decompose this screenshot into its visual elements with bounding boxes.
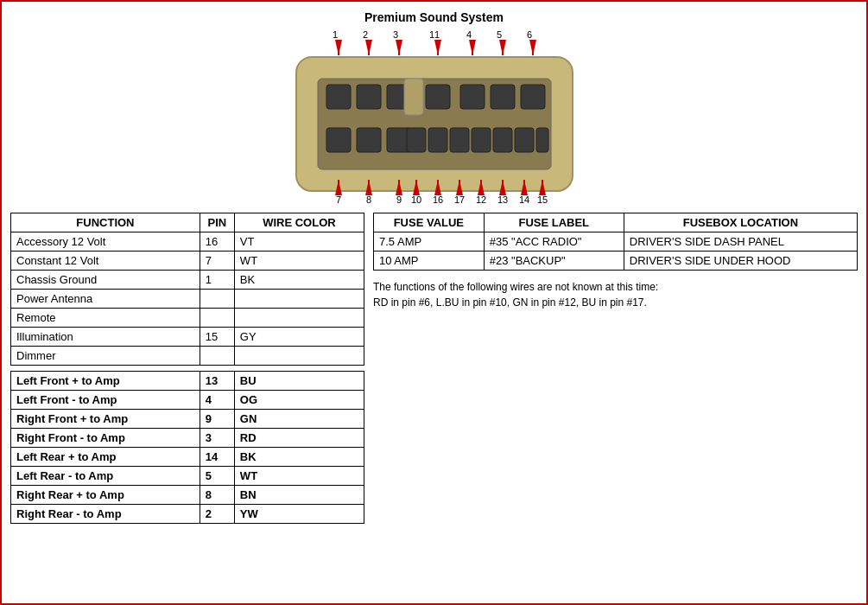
svg-rect-2 [326, 85, 351, 109]
svg-rect-16 [493, 128, 512, 152]
svg-rect-15 [472, 128, 491, 152]
fuse-table: FUSE VALUE FUSE LABEL FUSEBOX LOCATION 7… [373, 213, 858, 271]
svg-text:8: 8 [365, 194, 371, 204]
fuse-value-header: FUSE VALUE [374, 213, 485, 232]
function-cell: Accessory 12 Volt [11, 232, 200, 252]
left-table-section: FUNCTION PIN WIRE COLOR Accessory 12 Vol… [10, 213, 364, 524]
pin-cell: 2 [200, 505, 234, 524]
pin-cell: 5 [200, 467, 234, 486]
function-cell: Power Antenna [11, 290, 200, 309]
table-row: Left Front - to Amp 4 OG [11, 391, 364, 410]
function-table: FUNCTION PIN WIRE COLOR Accessory 12 Vol… [10, 213, 364, 524]
fusebox-location-cell: DRIVER'S SIDE DASH PANEL [624, 232, 857, 252]
function-cell: Chassis Ground [11, 271, 200, 290]
svg-rect-13 [428, 128, 447, 152]
wire-color-cell: BN [234, 486, 364, 505]
svg-rect-6 [460, 85, 485, 109]
page-container: Premium Sound System [0, 0, 868, 605]
function-cell: Left Front + to Amp [11, 372, 200, 391]
pin-cell: 15 [200, 328, 234, 347]
page-title: Premium Sound System [10, 10, 858, 24]
pin-cell [200, 309, 234, 328]
svg-rect-12 [407, 128, 426, 152]
pin-cell: 9 [200, 410, 234, 429]
fuse-value-cell: 7.5 AMP [374, 232, 485, 252]
wire-color-cell: WT [234, 467, 364, 486]
fuse-value-cell: 10 AMP [374, 252, 485, 271]
wire-color-cell: BK [234, 448, 364, 467]
svg-text:9: 9 [396, 194, 401, 204]
table-row: Illumination 15 GY [11, 328, 364, 347]
table-row: Left Rear - to Amp 5 WT [11, 467, 364, 486]
function-header: FUNCTION [11, 213, 200, 232]
fuse-label-header: FUSE LABEL [484, 213, 624, 232]
function-cell: Right Front - to Amp [11, 429, 200, 448]
wire-color-cell: YW [234, 505, 364, 524]
wire-color-cell [234, 309, 364, 328]
svg-rect-3 [357, 85, 381, 109]
svg-text:17: 17 [453, 194, 464, 204]
pin-cell: 7 [200, 252, 234, 271]
function-cell: Left Front - to Amp [11, 391, 200, 410]
content-row: FUNCTION PIN WIRE COLOR Accessory 12 Vol… [10, 213, 858, 524]
function-cell: Dimmer [11, 347, 200, 366]
svg-rect-14 [450, 128, 469, 152]
pin-cell: 16 [200, 232, 234, 252]
svg-text:16: 16 [432, 194, 442, 204]
wire-color-cell [234, 290, 364, 309]
wire-color-header: WIRE COLOR [234, 213, 364, 232]
svg-rect-19 [404, 79, 423, 115]
gap-row [11, 366, 364, 372]
svg-text:1: 1 [332, 31, 337, 40]
fuse-row: 10 AMP #23 "BACKUP" DRIVER'S SIDE UNDER … [374, 252, 858, 271]
function-cell: Right Rear + to Amp [11, 486, 200, 505]
function-cell: Left Rear + to Amp [11, 448, 200, 467]
wire-color-cell: VT [234, 232, 364, 252]
svg-rect-5 [426, 85, 450, 109]
pin-cell: 3 [200, 429, 234, 448]
right-section: FUSE VALUE FUSE LABEL FUSEBOX LOCATION 7… [373, 213, 858, 524]
svg-text:15: 15 [536, 194, 547, 204]
table-row: Constant 12 Volt 7 WT [11, 252, 364, 271]
wire-color-cell: WT [234, 252, 364, 271]
fuse-label-cell: #35 "ACC RADIO" [484, 232, 624, 252]
pin-cell: 1 [200, 271, 234, 290]
pin-cell [200, 290, 234, 309]
svg-text:11: 11 [428, 31, 439, 40]
table-row: Right Rear + to Amp 8 BN [11, 486, 364, 505]
connector-diagram: 1 2 3 11 4 5 6 7 8 9 10 16 17 12 13 14 1… [10, 31, 858, 204]
function-cell: Right Rear - to Amp [11, 505, 200, 524]
table-row: Remote [11, 309, 364, 328]
fusebox-location-header: FUSEBOX LOCATION [624, 213, 857, 232]
pin-cell: 14 [200, 448, 234, 467]
table-row: Right Front + to Amp 9 GN [11, 410, 364, 429]
table-row: Left Front + to Amp 13 BU [11, 372, 364, 391]
note-text: The functions of the following wires are… [373, 279, 858, 310]
svg-text:13: 13 [497, 194, 507, 204]
svg-rect-9 [326, 128, 351, 152]
pin-cell: 8 [200, 486, 234, 505]
table-row: Chassis Ground 1 BK [11, 271, 364, 290]
fusebox-location-cell: DRIVER'S SIDE UNDER HOOD [624, 252, 857, 271]
wire-color-cell: GY [234, 328, 364, 347]
wire-color-cell: GN [234, 410, 364, 429]
svg-rect-18 [536, 128, 548, 152]
svg-text:12: 12 [475, 194, 485, 204]
table-row: Power Antenna [11, 290, 364, 309]
table-row: Dimmer [11, 347, 364, 366]
svg-rect-17 [515, 128, 534, 152]
table-row: Right Rear - to Amp 2 YW [11, 505, 364, 524]
pin-cell: 13 [200, 372, 234, 391]
svg-text:14: 14 [518, 194, 529, 204]
fuse-label-cell: #23 "BACKUP" [484, 252, 624, 271]
function-cell: Right Front + to Amp [11, 410, 200, 429]
table-row: Right Front - to Amp 3 RD [11, 429, 364, 448]
svg-text:4: 4 [466, 31, 471, 40]
function-cell: Constant 12 Volt [11, 252, 200, 271]
svg-text:5: 5 [496, 31, 501, 40]
wire-color-cell: OG [234, 391, 364, 410]
pin-cell: 4 [200, 391, 234, 410]
svg-rect-7 [491, 85, 515, 109]
svg-text:7: 7 [335, 194, 340, 204]
table-row: Left Rear + to Amp 14 BK [11, 448, 364, 467]
